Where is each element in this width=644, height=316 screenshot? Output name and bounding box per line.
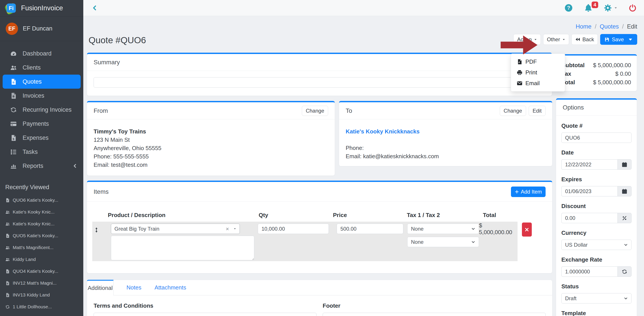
fusioninvoice-logo-icon: Fi bbox=[6, 3, 17, 14]
terms-and-conditions-textarea[interactable] bbox=[94, 313, 316, 316]
qty-input[interactable] bbox=[258, 224, 329, 234]
option-exchange-rate: Exchange Rate bbox=[561, 256, 632, 277]
notifications-bell-icon[interactable]: 4 bbox=[584, 4, 593, 12]
recent-item-quo6-katie-s-kooky[interactable]: QUO6 Katie's Kooky... bbox=[5, 194, 78, 206]
drag-handle-arrows-v-icon[interactable] bbox=[94, 225, 99, 235]
totals-row-tax: Tax $ 0.00 bbox=[562, 70, 631, 78]
sidebar-item-invoices[interactable]: Invoices bbox=[0, 89, 83, 103]
option-label: Expires bbox=[561, 176, 632, 183]
to-header: To Change Edit bbox=[339, 102, 552, 119]
recent-item-katie-s-kooky-knic[interactable]: Katie's Kooky Knic... bbox=[5, 218, 78, 230]
option-label: Quote # bbox=[561, 122, 632, 129]
client-link[interactable]: Katie's Kooky Knickknacks bbox=[346, 127, 546, 136]
tasks-icon bbox=[10, 149, 17, 155]
caret-down-icon[interactable] bbox=[628, 37, 633, 42]
recent-item-inv13-kiddy-land[interactable]: INV13 Kiddy Land bbox=[5, 289, 78, 301]
column-header-total: Total bbox=[483, 212, 496, 219]
sidebar-item-quotes[interactable]: Quotes bbox=[3, 75, 81, 89]
other-button[interactable]: Other bbox=[543, 34, 569, 45]
recent-item-label: QUO6 Katie's Kooky... bbox=[13, 197, 58, 203]
recent-item-matt-s-magnificent[interactable]: Matt's Magnificent... bbox=[5, 242, 78, 253]
exchange-rate-sync-button[interactable] bbox=[618, 266, 632, 277]
sidebar-item-label: Expenses bbox=[22, 135, 49, 141]
to-change-button[interactable]: Change bbox=[500, 106, 526, 116]
tax2-select[interactable]: None bbox=[407, 237, 479, 247]
recent-item-label: QUO5 Katie's Kooky... bbox=[13, 233, 58, 238]
tax1-select[interactable]: None bbox=[407, 224, 479, 234]
footer-textarea[interactable] bbox=[323, 313, 546, 316]
summary-title: Summary bbox=[94, 59, 120, 66]
sidebar-collapse-chevron-left-icon[interactable] bbox=[92, 5, 98, 11]
sidebar-item-reports[interactable]: Reports bbox=[0, 159, 83, 173]
delete-item-button[interactable] bbox=[522, 222, 532, 236]
to-edit-button[interactable]: Edit bbox=[529, 106, 546, 116]
breadcrumb-home[interactable]: Home bbox=[576, 23, 592, 30]
quote-input[interactable] bbox=[561, 133, 632, 143]
from-change-button[interactable]: Change bbox=[302, 106, 328, 116]
tab-additional[interactable]: Additional bbox=[87, 280, 114, 295]
date-calendar-button[interactable] bbox=[618, 159, 632, 170]
tab-notes[interactable]: Notes bbox=[126, 284, 142, 291]
address-line: Phone: 555-555-5555 bbox=[94, 152, 328, 161]
envelope-icon bbox=[517, 80, 522, 86]
expires-calendar-button[interactable] bbox=[618, 186, 632, 196]
recent-item-quo5-katie-s-kooky[interactable]: QUO5 Katie's Kooky... bbox=[5, 230, 78, 242]
currency-select[interactable]: US Dollar bbox=[561, 240, 632, 250]
sidebar-item-tasks[interactable]: Tasks bbox=[0, 145, 83, 159]
file-icon bbox=[5, 198, 10, 203]
menu-item-pdf[interactable]: PDF bbox=[511, 56, 565, 67]
sidebar-item-payments[interactable]: Payments bbox=[0, 117, 83, 131]
sidebar-item-recurring-invoices[interactable]: Recurring Invoices bbox=[0, 103, 83, 117]
recent-item-quo4-katie-s-kooky[interactable]: QUO4 Katie's Kooky... bbox=[5, 265, 78, 277]
recent-item-kiddy-land[interactable]: Kiddy Land bbox=[5, 253, 78, 265]
address-line: Email: katie@katiesknickknacks.com bbox=[346, 152, 546, 160]
users-icon bbox=[5, 245, 10, 250]
avatar: EF bbox=[6, 23, 18, 35]
add-item-button[interactable]: Add Item bbox=[511, 187, 546, 197]
sidebar-item-label: Quotes bbox=[22, 78, 42, 85]
item-description-textarea[interactable] bbox=[111, 236, 254, 260]
recent-item-label: Katie's Kooky Knic... bbox=[13, 221, 54, 226]
sidebar-item-clients[interactable]: Clients bbox=[0, 61, 83, 75]
discount-percent-button[interactable] bbox=[618, 213, 632, 223]
exchange-rate-input[interactable] bbox=[561, 266, 618, 277]
sidebar-item-dashboard[interactable]: Dashboard bbox=[0, 47, 83, 61]
plus-icon bbox=[515, 190, 519, 194]
status-select[interactable]: Draft bbox=[561, 293, 632, 303]
to-title: To bbox=[346, 107, 352, 114]
tab-attachments[interactable]: Attachments bbox=[154, 284, 186, 291]
tab-row: Additional NotesAttachments bbox=[87, 280, 552, 295]
option-expires: Expires bbox=[561, 176, 632, 196]
breadcrumb-quotes[interactable]: Quotes bbox=[600, 23, 619, 30]
price-input[interactable] bbox=[337, 224, 403, 234]
items-header: Items Add Item bbox=[87, 182, 552, 202]
totals-value: $ 0.00 bbox=[615, 70, 631, 78]
calendar-icon bbox=[622, 162, 627, 167]
menu-item-email[interactable]: Email bbox=[511, 78, 565, 89]
column-header-price: Price bbox=[333, 212, 347, 219]
discount-input[interactable] bbox=[561, 213, 618, 223]
sidebar-item-expenses[interactable]: $ Expenses bbox=[0, 131, 83, 145]
recent-item-label: INV12 Matt's Magni... bbox=[13, 280, 56, 286]
expires-input[interactable] bbox=[561, 186, 618, 196]
product-select[interactable]: Great Big Toy Train × bbox=[111, 224, 240, 234]
floppy-save-icon bbox=[604, 37, 610, 42]
summary-input[interactable] bbox=[94, 77, 545, 88]
field-label: Footer bbox=[323, 302, 546, 309]
user-menu[interactable]: EF EF Duncan bbox=[0, 17, 83, 41]
recent-item-inv12-matt-s-magni[interactable]: INV12 Matt's Magni... bbox=[5, 277, 78, 289]
clear-selection-x-icon[interactable]: × bbox=[226, 226, 229, 232]
items-card: Items Add Item Product / DescriptionQtyP… bbox=[87, 181, 552, 273]
menu-item-print[interactable]: Print bbox=[511, 67, 565, 78]
power-logout-icon[interactable] bbox=[628, 4, 637, 12]
brand[interactable]: Fi FusionInvoice bbox=[0, 0, 83, 17]
date-input[interactable] bbox=[561, 159, 618, 170]
file-invoice-icon bbox=[5, 293, 10, 297]
save-button[interactable]: Save bbox=[600, 34, 637, 45]
recent-item-katie-s-kooky-knic[interactable]: Katie's Kooky Knic... bbox=[5, 206, 78, 218]
settings-menu[interactable] bbox=[604, 4, 618, 12]
back-button[interactable]: Back bbox=[572, 34, 598, 45]
recent-item-1-little-dollhouse[interactable]: 1 Little Dollhouse... bbox=[5, 301, 78, 313]
help-icon[interactable]: ? bbox=[564, 4, 573, 12]
recent-item-label: QUO4 Katie's Kooky... bbox=[13, 269, 58, 274]
